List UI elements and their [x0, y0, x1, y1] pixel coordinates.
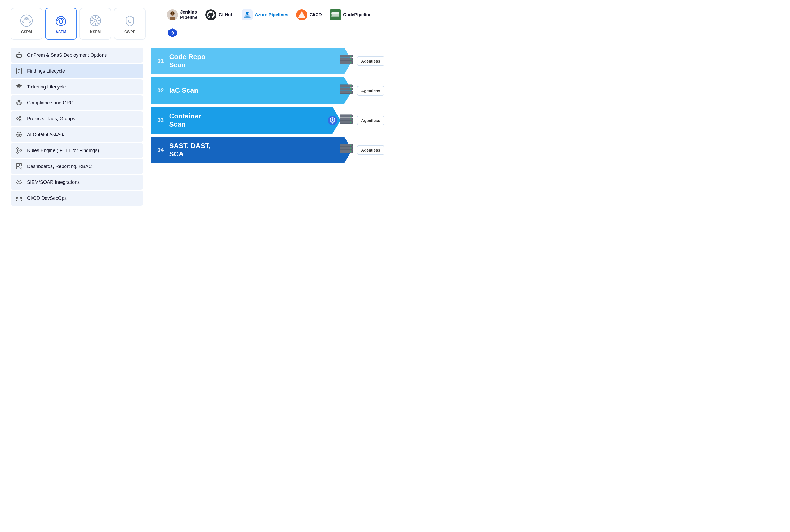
menu-ai[interactable]: AI CoPilot AskAda: [11, 127, 143, 142]
svg-point-89: [350, 151, 351, 152]
cspm-label: CSPM: [21, 30, 32, 34]
tab-kspm[interactable]: KSPM: [79, 8, 111, 40]
svg-point-33: [18, 56, 18, 57]
svg-line-12: [97, 22, 99, 24]
svg-point-61: [350, 56, 351, 57]
scan-card-container: 03 ContainerScan: [151, 107, 384, 134]
scan-arrow-body-2: 02 IaC Scan: [151, 77, 352, 104]
scan-cards-panel: 01 Code RepoScan Agentless: [151, 48, 384, 206]
scan-title-4: SAST, DAST,SCA: [169, 142, 210, 158]
svg-line-54: [21, 169, 22, 169]
server-icon-2: [339, 84, 354, 97]
ai-icon: [15, 131, 23, 138]
svg-point-32: [18, 55, 18, 55]
svg-rect-4: [60, 20, 62, 23]
tab-cwpp[interactable]: CWPP: [114, 8, 146, 40]
menu-findings[interactable]: Findings Lifecycle: [11, 63, 143, 78]
svg-point-48: [17, 152, 18, 153]
product-tabs: CSPM ASPM: [11, 8, 146, 40]
scan-arrow-2: 02 IaC Scan: [151, 77, 352, 104]
menu-compliance[interactable]: Compliance and GRC: [11, 95, 143, 110]
svg-rect-50: [16, 164, 19, 166]
svg-point-83: [350, 122, 351, 123]
siem-label: SIEM/SOAR Integrations: [27, 179, 80, 185]
codepipeline-icon: [330, 9, 341, 20]
scan-arrow-3: 03 ContainerScan: [151, 107, 341, 134]
scan-num-2: 02: [157, 87, 164, 94]
agentless-badge-4: Agentless: [357, 145, 384, 155]
cwpp-icon: [123, 14, 137, 27]
projects-icon: [15, 115, 23, 122]
onprem-icon: [15, 51, 23, 59]
ticketing-icon: [15, 83, 23, 91]
dashboards-label: Dashboards, Reporting, RBAC: [27, 164, 92, 169]
cwpp-label: CWPP: [124, 30, 135, 34]
svg-point-87: [350, 145, 351, 146]
svg-point-55: [18, 181, 20, 183]
scan-arrow-body-3: 03 ContainerScan: [151, 107, 341, 134]
codepipeline-logo: CodePipeline: [330, 9, 372, 20]
svg-rect-51: [19, 164, 22, 166]
menu-siem[interactable]: SIEM/SOAR Integrations: [11, 175, 143, 190]
menu-cicd[interactable]: CI/CD DevSecOps: [11, 191, 143, 206]
svg-point-20: [171, 13, 172, 14]
hex-icon: [167, 27, 178, 38]
menu-list: OnPrem & SaaS Deployment Options Finding…: [11, 48, 143, 206]
github-icon: [205, 9, 216, 20]
cicd-text: CI/CD: [309, 12, 322, 18]
menu-projects[interactable]: Projects, Tags, Groups: [11, 111, 143, 126]
scan-num-4: 04: [157, 147, 164, 153]
svg-point-2: [22, 21, 24, 22]
svg-point-67: [350, 85, 351, 87]
cspm-icon: [20, 14, 33, 27]
codepipeline-text: CodePipeline: [343, 12, 372, 18]
scan-num-1: 01: [157, 57, 164, 64]
scan-card-code-repo: 01 Code RepoScan Agentless: [151, 48, 384, 74]
scan-arrow-1: 01 Code RepoScan: [151, 48, 352, 74]
hex-logo: [167, 27, 178, 38]
aspm-label: ASPM: [56, 30, 66, 34]
projects-label: Projects, Tags, Groups: [27, 116, 75, 121]
menu-ticketing[interactable]: Ticketing Lifecycle: [11, 79, 143, 94]
github-logo: GitHub: [205, 9, 234, 20]
svg-point-0: [21, 15, 32, 26]
svg-rect-27: [331, 14, 339, 16]
kspm-label: KSPM: [90, 30, 101, 34]
scan-arrow-body-1: 01 Code RepoScan: [151, 48, 352, 74]
findings-label: Findings Lifecycle: [27, 68, 65, 74]
scan-title-3: ContainerScan: [169, 112, 201, 129]
svg-rect-38: [16, 86, 22, 88]
ticketing-label: Ticketing Lifecycle: [27, 84, 66, 90]
azure-icon: [242, 9, 253, 20]
tab-cspm[interactable]: CSPM: [11, 8, 42, 40]
svg-point-69: [350, 92, 351, 93]
svg-line-13: [97, 17, 99, 19]
svg-point-62: [350, 59, 351, 60]
cicd-dev-label: CI/CD DevSecOps: [27, 195, 67, 201]
github-text: GitHub: [218, 12, 234, 18]
server-icon-1: [339, 54, 354, 68]
cicd-dev-icon: [15, 194, 23, 202]
svg-point-77: [332, 119, 333, 121]
menu-rules[interactable]: Rules Engine (IFTTT for Findings): [11, 143, 143, 158]
svg-point-81: [350, 115, 351, 117]
scan-title-1: Code RepoScan: [169, 53, 205, 69]
ai-label: AI CoPilot AskAda: [27, 132, 66, 137]
menu-onprem[interactable]: OnPrem & SaaS Deployment Options: [11, 48, 143, 62]
scan-card-iac: 02 IaC Scan Agentless: [151, 77, 384, 104]
server-icon-4: [339, 143, 354, 156]
main-content: OnPrem & SaaS Deployment Options Finding…: [11, 48, 384, 206]
aspm-icon: [54, 14, 68, 27]
cicd-logos-section: JenkinsPipeline GitHub Azure Pipelin: [156, 8, 384, 40]
scan-right-3: Agentless: [335, 114, 384, 126]
onprem-label: OnPrem & SaaS Deployment Options: [27, 53, 107, 58]
kspm-icon: [89, 14, 102, 27]
tab-aspm[interactable]: ASPM: [45, 8, 77, 40]
menu-dashboards[interactable]: Dashboards, Reporting, RBAC: [11, 159, 143, 174]
svg-line-11: [92, 17, 94, 19]
svg-point-39: [18, 87, 19, 88]
agentless-badge-1: Agentless: [357, 56, 384, 66]
scan-right-1: Agentless: [347, 54, 384, 68]
cicd-icon: [296, 9, 307, 20]
svg-point-43: [19, 102, 20, 103]
